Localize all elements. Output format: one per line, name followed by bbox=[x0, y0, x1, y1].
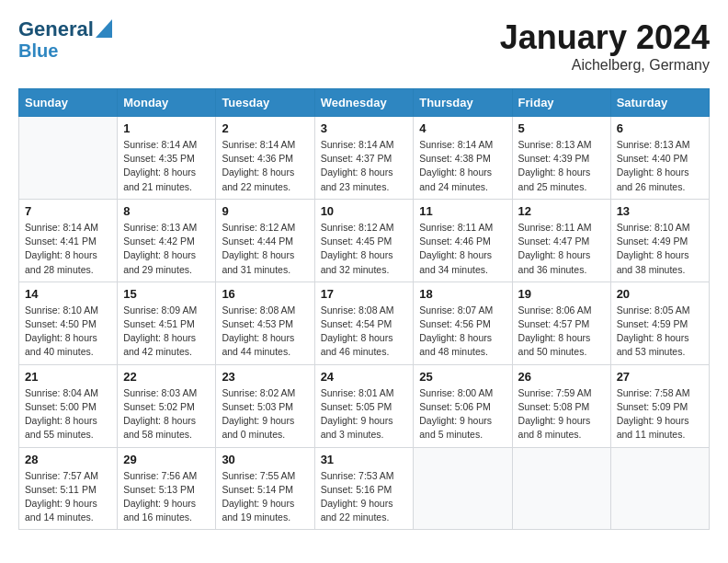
day-info: Sunrise: 8:08 AMSunset: 4:53 PMDaylight:… bbox=[222, 304, 308, 360]
col-tuesday: Tuesday bbox=[216, 89, 314, 117]
title-block: January 2024 Aichelberg, Germany bbox=[500, 18, 710, 74]
day-number: 28 bbox=[25, 453, 111, 466]
day-number: 9 bbox=[222, 204, 308, 218]
day-info: Sunrise: 8:10 AMSunset: 4:49 PMDaylight:… bbox=[617, 221, 703, 277]
table-row bbox=[414, 447, 512, 530]
day-info: Sunrise: 8:06 AMSunset: 4:57 PMDaylight:… bbox=[518, 304, 605, 360]
logo: General Blue bbox=[18, 18, 112, 61]
day-number: 20 bbox=[617, 287, 703, 301]
table-row: 27Sunrise: 7:58 AMSunset: 5:09 PMDayligh… bbox=[610, 364, 709, 447]
day-info: Sunrise: 8:05 AMSunset: 4:59 PMDaylight:… bbox=[617, 304, 703, 360]
page-subtitle: Aichelberg, Germany bbox=[500, 57, 710, 74]
col-saturday: Saturday bbox=[610, 89, 709, 117]
day-info: Sunrise: 8:04 AMSunset: 5:00 PMDaylight:… bbox=[25, 386, 111, 442]
table-row: 6Sunrise: 8:13 AMSunset: 4:40 PMDaylight… bbox=[610, 117, 709, 200]
col-friday: Friday bbox=[512, 89, 610, 117]
day-info: Sunrise: 8:14 AMSunset: 4:41 PMDaylight:… bbox=[25, 221, 111, 277]
table-row: 20Sunrise: 8:05 AMSunset: 4:59 PMDayligh… bbox=[610, 282, 709, 364]
table-row: 18Sunrise: 8:07 AMSunset: 4:56 PMDayligh… bbox=[414, 282, 512, 364]
day-number: 11 bbox=[419, 204, 506, 218]
table-row: 17Sunrise: 8:08 AMSunset: 4:54 PMDayligh… bbox=[314, 282, 414, 364]
day-number: 10 bbox=[321, 204, 408, 218]
table-row: 29Sunrise: 7:56 AMSunset: 5:13 PMDayligh… bbox=[118, 447, 216, 530]
day-info: Sunrise: 8:07 AMSunset: 4:56 PMDaylight:… bbox=[419, 304, 506, 360]
day-info: Sunrise: 8:12 AMSunset: 4:44 PMDaylight:… bbox=[222, 221, 308, 277]
day-info: Sunrise: 7:53 AMSunset: 5:16 PMDaylight:… bbox=[321, 469, 408, 525]
day-number: 4 bbox=[419, 121, 506, 135]
table-row: 26Sunrise: 7:59 AMSunset: 5:08 PMDayligh… bbox=[512, 364, 610, 447]
calendar-header-row: Sunday Monday Tuesday Wednesday Thursday… bbox=[19, 89, 710, 117]
calendar-table: Sunday Monday Tuesday Wednesday Thursday… bbox=[18, 88, 710, 530]
day-info: Sunrise: 8:03 AMSunset: 5:02 PMDaylight:… bbox=[123, 386, 210, 442]
table-row: 25Sunrise: 8:00 AMSunset: 5:06 PMDayligh… bbox=[414, 364, 512, 447]
table-row: 16Sunrise: 8:08 AMSunset: 4:53 PMDayligh… bbox=[216, 282, 314, 364]
table-row: 12Sunrise: 8:11 AMSunset: 4:47 PMDayligh… bbox=[512, 199, 610, 282]
day-info: Sunrise: 8:14 AMSunset: 4:35 PMDaylight:… bbox=[123, 138, 210, 194]
day-number: 26 bbox=[518, 370, 605, 384]
day-number: 16 bbox=[222, 287, 308, 301]
table-row: 2Sunrise: 8:14 AMSunset: 4:36 PMDaylight… bbox=[216, 117, 314, 200]
day-number: 25 bbox=[419, 370, 506, 384]
day-number: 2 bbox=[222, 121, 308, 135]
day-number: 12 bbox=[518, 204, 605, 218]
table-row: 10Sunrise: 8:12 AMSunset: 4:45 PMDayligh… bbox=[314, 199, 414, 282]
day-info: Sunrise: 8:11 AMSunset: 4:46 PMDaylight:… bbox=[419, 221, 506, 277]
page-header: General Blue January 2024 Aichelberg, Ge… bbox=[18, 18, 710, 74]
table-row: 11Sunrise: 8:11 AMSunset: 4:46 PMDayligh… bbox=[414, 199, 512, 282]
day-number: 8 bbox=[123, 204, 210, 218]
svg-marker-0 bbox=[96, 19, 112, 38]
day-info: Sunrise: 8:10 AMSunset: 4:50 PMDaylight:… bbox=[25, 304, 111, 360]
table-row: 23Sunrise: 8:02 AMSunset: 5:03 PMDayligh… bbox=[216, 364, 314, 447]
col-monday: Monday bbox=[118, 89, 216, 117]
page-title: January 2024 bbox=[500, 18, 710, 57]
day-info: Sunrise: 8:11 AMSunset: 4:47 PMDaylight:… bbox=[518, 221, 605, 277]
table-row: 21Sunrise: 8:04 AMSunset: 5:00 PMDayligh… bbox=[19, 364, 118, 447]
day-info: Sunrise: 8:09 AMSunset: 4:51 PMDaylight:… bbox=[123, 304, 210, 360]
day-info: Sunrise: 8:14 AMSunset: 4:36 PMDaylight:… bbox=[222, 138, 308, 194]
day-info: Sunrise: 8:08 AMSunset: 4:54 PMDaylight:… bbox=[321, 304, 408, 360]
table-row: 1Sunrise: 8:14 AMSunset: 4:35 PMDaylight… bbox=[118, 117, 216, 200]
day-number: 29 bbox=[123, 453, 210, 466]
table-row: 14Sunrise: 8:10 AMSunset: 4:50 PMDayligh… bbox=[19, 282, 118, 364]
day-number: 3 bbox=[321, 121, 408, 135]
table-row: 8Sunrise: 8:13 AMSunset: 4:42 PMDaylight… bbox=[118, 199, 216, 282]
day-number: 27 bbox=[617, 370, 703, 384]
table-row: 24Sunrise: 8:01 AMSunset: 5:05 PMDayligh… bbox=[314, 364, 414, 447]
table-row: 19Sunrise: 8:06 AMSunset: 4:57 PMDayligh… bbox=[512, 282, 610, 364]
day-number: 23 bbox=[222, 370, 308, 384]
col-sunday: Sunday bbox=[19, 89, 118, 117]
day-info: Sunrise: 7:55 AMSunset: 5:14 PMDaylight:… bbox=[222, 469, 308, 525]
day-info: Sunrise: 8:13 AMSunset: 4:40 PMDaylight:… bbox=[617, 138, 703, 194]
table-row: 28Sunrise: 7:57 AMSunset: 5:11 PMDayligh… bbox=[19, 447, 118, 530]
day-number: 15 bbox=[123, 287, 210, 301]
day-number: 7 bbox=[25, 204, 111, 218]
day-info: Sunrise: 7:57 AMSunset: 5:11 PMDaylight:… bbox=[25, 469, 111, 525]
day-number: 17 bbox=[321, 287, 408, 301]
day-info: Sunrise: 8:13 AMSunset: 4:42 PMDaylight:… bbox=[123, 221, 210, 277]
table-row bbox=[19, 117, 118, 200]
table-row: 4Sunrise: 8:14 AMSunset: 4:38 PMDaylight… bbox=[414, 117, 512, 200]
table-row: 31Sunrise: 7:53 AMSunset: 5:16 PMDayligh… bbox=[314, 447, 414, 530]
day-number: 1 bbox=[123, 121, 210, 135]
table-row: 30Sunrise: 7:55 AMSunset: 5:14 PMDayligh… bbox=[216, 447, 314, 530]
day-number: 30 bbox=[222, 453, 308, 466]
table-row: 22Sunrise: 8:03 AMSunset: 5:02 PMDayligh… bbox=[118, 364, 216, 447]
day-info: Sunrise: 7:59 AMSunset: 5:08 PMDaylight:… bbox=[518, 386, 605, 442]
table-row bbox=[610, 447, 709, 530]
day-number: 24 bbox=[321, 370, 408, 384]
col-wednesday: Wednesday bbox=[314, 89, 414, 117]
day-info: Sunrise: 8:14 AMSunset: 4:38 PMDaylight:… bbox=[419, 138, 506, 194]
day-number: 14 bbox=[25, 287, 111, 301]
table-row: 5Sunrise: 8:13 AMSunset: 4:39 PMDaylight… bbox=[512, 117, 610, 200]
table-row: 15Sunrise: 8:09 AMSunset: 4:51 PMDayligh… bbox=[118, 282, 216, 364]
col-thursday: Thursday bbox=[414, 89, 512, 117]
day-info: Sunrise: 8:13 AMSunset: 4:39 PMDaylight:… bbox=[518, 138, 605, 194]
logo-blue: Blue bbox=[18, 40, 58, 61]
day-info: Sunrise: 8:02 AMSunset: 5:03 PMDaylight:… bbox=[222, 386, 308, 442]
logo-text: General bbox=[18, 18, 94, 40]
table-row bbox=[512, 447, 610, 530]
day-info: Sunrise: 8:00 AMSunset: 5:06 PMDaylight:… bbox=[419, 386, 506, 442]
day-number: 19 bbox=[518, 287, 605, 301]
day-info: Sunrise: 7:56 AMSunset: 5:13 PMDaylight:… bbox=[123, 469, 210, 525]
table-row: 3Sunrise: 8:14 AMSunset: 4:37 PMDaylight… bbox=[314, 117, 414, 200]
